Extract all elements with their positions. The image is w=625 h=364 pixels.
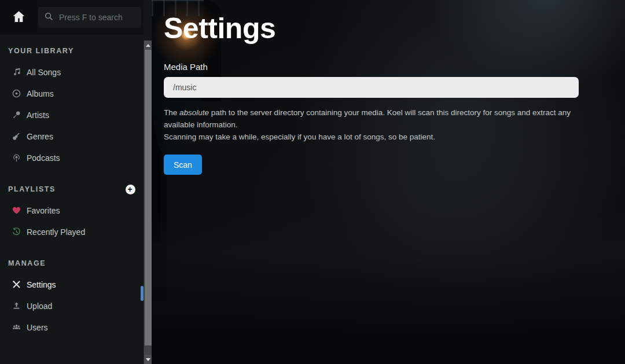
section-label: PLAYLISTS	[8, 185, 56, 193]
sidebar-item-artists[interactable]: Artists	[8, 104, 135, 126]
media-path-label: Media Path	[164, 62, 595, 72]
sidebar-item-albums[interactable]: Albums	[8, 83, 135, 104]
sidebar: YOUR LIBRARY All Songs Albums	[0, 0, 152, 364]
scrollbar-down-button[interactable]	[144, 355, 152, 364]
sidebar-scrollbar[interactable]	[144, 41, 152, 364]
main-panel: Settings Media Path The absolute path to…	[152, 0, 625, 364]
sidebar-item-label: Recently Played	[27, 227, 85, 237]
sidebar-item-label: Users	[27, 323, 48, 332]
add-playlist-button[interactable]: +	[126, 185, 135, 194]
scan-button[interactable]: Scan	[164, 155, 202, 175]
sidebar-item-label: Genres	[27, 132, 53, 141]
sidebar-item-settings[interactable]: Settings	[8, 274, 135, 295]
tools-icon	[12, 280, 21, 289]
scrollbar-thumb[interactable]	[145, 50, 152, 345]
search-box[interactable]	[38, 7, 141, 28]
section-manage: MANAGE Settings Upload	[8, 259, 135, 338]
settings-screen: Settings Media Path The absolute path to…	[152, 0, 625, 364]
sidebar-item-label: Podcasts	[27, 153, 60, 163]
heart-icon	[12, 205, 21, 215]
album-disc-icon	[12, 89, 21, 98]
sidebar-item-favorites[interactable]: Favorites	[8, 200, 135, 221]
chevron-down-icon	[146, 358, 150, 361]
page-title: Settings	[164, 12, 608, 46]
sidebar-item-label: Artists	[27, 111, 49, 120]
sidebar-nav: YOUR LIBRARY All Songs Albums	[0, 35, 144, 364]
sidebar-item-all-songs[interactable]: All Songs	[8, 61, 135, 83]
koel-app: YOUR LIBRARY All Songs Albums	[0, 0, 625, 364]
search-icon	[44, 12, 54, 24]
sidebar-item-label: Favorites	[27, 206, 60, 215]
section-playlists: PLAYLISTS + Favorites Recently Pl	[8, 185, 135, 242]
sidebar-item-recently-played[interactable]: Recently Played	[8, 221, 135, 242]
scrollbar-up-button[interactable]	[144, 41, 152, 50]
sidebar-item-label: Upload	[27, 302, 52, 311]
upload-icon	[12, 301, 21, 311]
media-path-form: Media Path The absolute path to the serv…	[164, 62, 595, 175]
section-label: YOUR LIBRARY	[8, 47, 74, 55]
sidebar-item-label: Albums	[27, 89, 54, 98]
podcast-icon	[12, 153, 21, 163]
section-header-manage: MANAGE	[8, 259, 135, 268]
sidebar-item-podcasts[interactable]: Podcasts	[8, 147, 135, 168]
search-input[interactable]	[59, 13, 135, 22]
guitar-icon	[12, 131, 21, 141]
sidebar-item-upload[interactable]: Upload	[8, 295, 135, 317]
media-path-input[interactable]	[164, 77, 579, 98]
media-path-description: The absolute path to the server director…	[164, 106, 595, 143]
music-notes-icon	[12, 67, 21, 77]
sidebar-item-genres[interactable]: Genres	[8, 126, 135, 147]
description-line-1: The absolute path to the server director…	[164, 106, 595, 131]
microphone-icon	[12, 110, 21, 120]
home-button[interactable]	[0, 0, 37, 35]
sidebar-item-label: Settings	[27, 280, 56, 289]
sidebar-topbar	[0, 0, 144, 35]
chevron-up-icon	[146, 44, 150, 47]
section-your-library: YOUR LIBRARY All Songs Albums	[8, 46, 135, 168]
section-header-playlists: PLAYLISTS +	[8, 185, 135, 194]
home-icon	[12, 9, 26, 26]
sidebar-item-label: All Songs	[27, 68, 61, 77]
section-label: MANAGE	[8, 259, 46, 267]
users-icon	[12, 322, 21, 332]
section-header-your-library: YOUR LIBRARY	[8, 46, 135, 56]
description-line-2: Scanning may take a while, especially if…	[164, 131, 595, 143]
history-icon	[12, 227, 21, 237]
sidebar-item-users[interactable]: Users	[8, 317, 135, 338]
